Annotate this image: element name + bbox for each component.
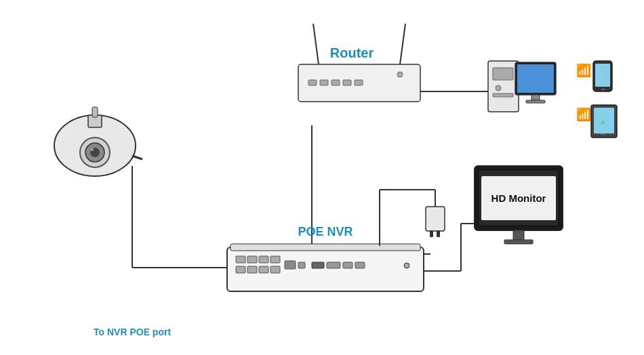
svg-rect-54 bbox=[517, 64, 554, 93]
svg-rect-15 bbox=[355, 80, 363, 85]
svg-rect-29 bbox=[259, 256, 268, 263]
svg-rect-13 bbox=[331, 80, 340, 85]
svg-rect-35 bbox=[285, 261, 296, 269]
svg-rect-11 bbox=[308, 80, 317, 85]
svg-rect-32 bbox=[247, 266, 257, 273]
svg-rect-36 bbox=[298, 262, 305, 268]
svg-rect-66 bbox=[601, 89, 605, 90]
svg-rect-42 bbox=[426, 207, 445, 231]
svg-rect-61 bbox=[504, 240, 533, 244]
svg-point-51 bbox=[496, 85, 501, 91]
svg-rect-27 bbox=[236, 256, 245, 263]
router-label: Router bbox=[330, 45, 374, 60]
svg-rect-28 bbox=[247, 256, 257, 263]
hd-monitor-label-inside: HD Monitor bbox=[491, 192, 546, 204]
svg-rect-60 bbox=[513, 230, 524, 240]
svg-rect-24 bbox=[92, 107, 98, 117]
svg-rect-26 bbox=[230, 244, 420, 251]
svg-rect-71 bbox=[600, 133, 605, 135]
network-diagram: Router bbox=[0, 0, 644, 355]
svg-rect-40 bbox=[355, 262, 365, 268]
poe-nvr-label: POE NVR bbox=[298, 225, 353, 238]
svg-rect-34 bbox=[270, 266, 280, 273]
svg-point-41 bbox=[404, 263, 409, 268]
svg-rect-39 bbox=[343, 262, 353, 268]
svg-rect-52 bbox=[493, 93, 513, 97]
svg-rect-44 bbox=[437, 230, 440, 237]
svg-rect-37 bbox=[312, 262, 324, 268]
svg-rect-55 bbox=[531, 95, 540, 100]
svg-line-10 bbox=[400, 24, 405, 64]
svg-rect-43 bbox=[430, 230, 433, 237]
svg-line-22 bbox=[132, 156, 142, 159]
svg-rect-14 bbox=[343, 80, 351, 85]
svg-rect-12 bbox=[320, 80, 328, 85]
svg-rect-56 bbox=[526, 100, 545, 103]
to-nvr-poe-label: To NVR POE port bbox=[94, 327, 171, 337]
svg-point-21 bbox=[91, 148, 94, 151]
svg-rect-30 bbox=[270, 256, 280, 263]
svg-rect-33 bbox=[259, 266, 268, 273]
svg-text:▲: ▲ bbox=[599, 117, 607, 125]
svg-text:📶: 📶 bbox=[576, 107, 592, 122]
svg-rect-38 bbox=[327, 262, 340, 268]
svg-point-16 bbox=[397, 72, 403, 77]
svg-text:📶: 📶 bbox=[576, 63, 592, 78]
svg-rect-31 bbox=[236, 266, 245, 273]
svg-line-9 bbox=[313, 24, 319, 64]
svg-text::  bbox=[601, 72, 604, 80]
svg-rect-50 bbox=[493, 68, 513, 80]
